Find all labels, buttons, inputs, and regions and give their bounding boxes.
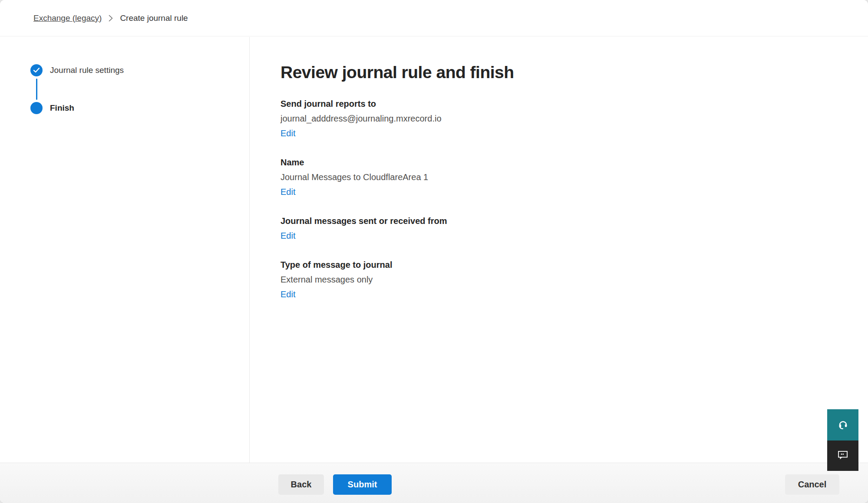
- exchange-admin-window: Exchange (legacy) Create journal rule Jo…: [0, 0, 868, 503]
- edit-message-type-link[interactable]: Edit: [281, 289, 295, 300]
- section-label: Send journal reports to: [281, 98, 851, 110]
- section-label: Journal messages sent or received from: [281, 215, 851, 227]
- section-label: Type of message to journal: [281, 259, 851, 271]
- chat-bubble-icon: [837, 450, 849, 462]
- breadcrumb: Exchange (legacy) Create journal rule: [33, 13, 188, 23]
- section-journal-messages-sent-or-received: Journal messages sent or received from E…: [281, 215, 851, 242]
- section-label: Name: [281, 157, 851, 168]
- feedback-button[interactable]: [827, 441, 858, 471]
- step-connector-line: [36, 79, 37, 100]
- headset-icon: [837, 419, 848, 431]
- message-type-value: External messages only: [281, 274, 851, 286]
- checkmark-circle-icon: [30, 64, 43, 76]
- back-button[interactable]: Back: [278, 474, 324, 495]
- journal-report-address-value: journal_adddress@journaling.mxrecord.io: [281, 113, 851, 125]
- floating-button-stack: [827, 409, 858, 471]
- section-send-journal-reports-to: Send journal reports to journal_adddress…: [281, 98, 851, 139]
- filled-circle-icon: [30, 102, 43, 114]
- step-label-journal-rule-settings: Journal rule settings: [50, 66, 124, 75]
- help-button[interactable]: [827, 409, 858, 441]
- breadcrumb-exchange-legacy[interactable]: Exchange (legacy): [33, 13, 102, 23]
- cancel-button[interactable]: Cancel: [785, 474, 839, 495]
- wizard-step-finish[interactable]: Finish: [30, 102, 249, 114]
- section-type-of-message: Type of message to journal External mess…: [281, 259, 851, 300]
- section-name: Name Journal Messages to CloudflareArea …: [281, 157, 851, 198]
- page-title: Review journal rule and finish: [281, 63, 851, 82]
- rule-name-value: Journal Messages to CloudflareArea 1: [281, 171, 851, 183]
- top-header: Exchange (legacy) Create journal rule: [0, 0, 868, 36]
- edit-scope-link[interactable]: Edit: [281, 230, 295, 242]
- review-panel: Review journal rule and finish Send jour…: [250, 37, 868, 463]
- edit-send-journal-reports-link[interactable]: Edit: [281, 128, 295, 139]
- review-sections: Send journal reports to journal_adddress…: [281, 98, 851, 300]
- breadcrumb-create-journal-rule: Create journal rule: [120, 13, 188, 23]
- edit-name-link[interactable]: Edit: [281, 186, 295, 198]
- footer-bar: Back Submit Cancel: [0, 463, 868, 503]
- chevron-right-icon: [108, 14, 113, 22]
- submit-button[interactable]: Submit: [333, 474, 392, 495]
- step-label-finish: Finish: [50, 103, 74, 113]
- wizard-steps-sidebar: Journal rule settings Finish: [0, 37, 250, 463]
- wizard-step-journal-rule-settings[interactable]: Journal rule settings: [30, 64, 249, 76]
